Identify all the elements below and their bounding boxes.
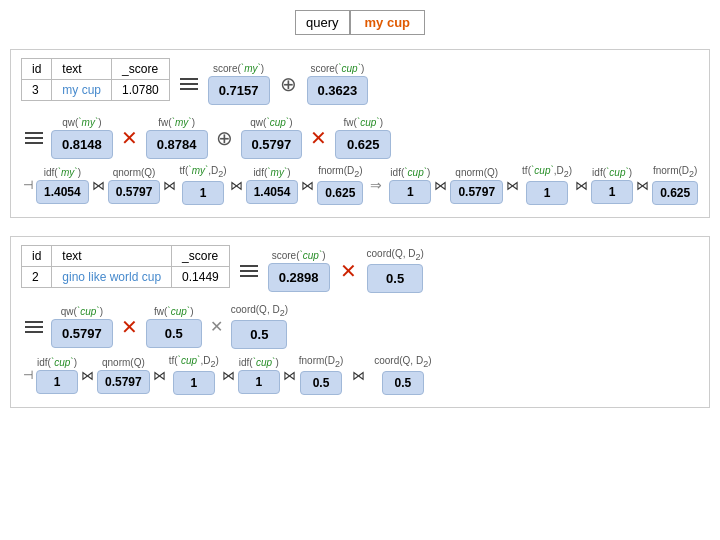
- qnorm-Q-val: 0.5797: [108, 180, 161, 204]
- score-my-val: 0.7157: [208, 76, 270, 105]
- bowtie-9: ⋈: [81, 368, 94, 383]
- row1-text: my cup: [52, 80, 112, 101]
- result-table-1: id text _score 3 my cup 1.0780: [21, 58, 170, 109]
- qnorm-Q3-val: 0.5797: [97, 370, 150, 394]
- score-my-label: score(`my`): [213, 63, 264, 74]
- fnorm-D2-2-block: fnorm(D2) 0.625: [652, 165, 698, 205]
- row1-id: 3: [22, 80, 52, 101]
- idf-cup3-label: idf(`cup`): [37, 357, 77, 368]
- idf-my-val: 1.4054: [36, 180, 89, 204]
- bowtie-3: ⋈: [230, 178, 243, 193]
- fnorm-D2-label: fnorm(D2): [318, 165, 362, 179]
- row2-id: 2: [22, 267, 52, 288]
- coord3-block: coord(Q, D2) 0.5: [374, 355, 431, 395]
- result-table-2: id text _score 2 gino like world cup 0.1…: [21, 245, 230, 296]
- bowtie-10: ⋈: [153, 368, 166, 383]
- times-icon-5: ✕: [210, 319, 223, 335]
- bowtie-6: ⋈: [506, 178, 519, 193]
- tf-my-D2-block: tf(`my`,D2) 1: [179, 165, 226, 205]
- fw-my-val: 0.8784: [146, 130, 208, 159]
- idf-my-label: idf(`my`): [44, 167, 81, 178]
- equals-icon-4: [25, 321, 43, 333]
- idf-my-block: idf(`my`) 1.4054: [36, 167, 89, 204]
- score-my-block: score(`my`) 0.7157: [208, 63, 270, 105]
- idf-cup3-block: idf(`cup`) 1: [36, 357, 78, 394]
- qw-cup2-val: 0.5797: [51, 319, 113, 348]
- equals-icon-2: [25, 132, 43, 144]
- idf-cup3-val: 1: [36, 370, 78, 394]
- bowtie-2: ⋈: [163, 178, 176, 193]
- fw-my-block: fw(`my`) 0.8784: [146, 117, 208, 159]
- idf-cup4-block: idf(`cup`) 1: [238, 357, 280, 394]
- fw-cup2-label: fw(`cup`): [154, 306, 193, 317]
- times-icon-2: ✕: [310, 128, 327, 148]
- bowtie-1: ⋈: [92, 178, 105, 193]
- times-icon-4: ✕: [121, 317, 138, 337]
- idf-cup2-val: 1: [591, 180, 633, 204]
- tf-my-D2-label: tf(`my`,D2): [179, 165, 226, 179]
- coord2-block: coord(Q, D2) 0.5: [231, 304, 288, 349]
- query-value: my cup: [350, 10, 426, 35]
- qw-cup-val: 0.5797: [241, 130, 303, 159]
- fw-cup-val: 0.625: [335, 130, 391, 159]
- score-cup-label: score(`cup`): [310, 63, 364, 74]
- qnorm-Q-block: qnorm(Q) 0.5797: [108, 167, 161, 204]
- col-text: text: [52, 59, 112, 80]
- score-cup-val: 0.3623: [307, 76, 369, 105]
- idf-my2-block: idf(`my`) 1.4054: [246, 167, 299, 204]
- arrow-left-1: ⊣: [23, 178, 33, 192]
- equals-icon-3: [240, 265, 258, 277]
- fnorm-D2-block: fnorm(D2) 0.625: [317, 165, 363, 205]
- coord-label: coord(Q, D2): [367, 248, 424, 262]
- tf-cup-D2-label: tf(`cup`,D2): [522, 165, 572, 179]
- score-cup2-block: score(`cup`) 0.2898: [268, 250, 330, 292]
- equals-icon-1: [180, 78, 198, 90]
- qnorm-Q3-block: qnorm(Q) 0.5797: [97, 357, 150, 394]
- row1-score: 1.0780: [112, 80, 170, 101]
- tf-cup-D2-2-label: tf(`cup`,D2): [169, 355, 219, 369]
- coord3-val: 0.5: [382, 371, 424, 395]
- qw-my-label: qw(`my`): [62, 117, 101, 128]
- fw-cup2-block: fw(`cup`) 0.5: [146, 306, 202, 348]
- plus-icon-1: ⊕: [280, 74, 297, 94]
- bowtie-4: ⋈: [301, 178, 314, 193]
- idf-cup2-label: idf(`cup`): [592, 167, 632, 178]
- idf-cup2-block: idf(`cup`) 1: [591, 167, 633, 204]
- qw-cup2-label: qw(`cup`): [61, 306, 103, 317]
- idf-cup4-val: 1: [238, 370, 280, 394]
- fw-my-label: fw(`my`): [158, 117, 195, 128]
- query-label: query: [295, 10, 350, 35]
- col2-text: text: [52, 246, 172, 267]
- qw-my-block: qw(`my`) 0.8148: [51, 117, 113, 159]
- query-section: query my cup: [10, 10, 710, 35]
- idf-cup-val: 1: [389, 180, 431, 204]
- bowtie-11: ⋈: [222, 368, 235, 383]
- col2-score: _score: [172, 246, 230, 267]
- tf-cup-D2-block: tf(`cup`,D2) 1: [522, 165, 572, 205]
- qnorm-Q-label: qnorm(Q): [113, 167, 156, 178]
- fnorm-D2-3-block: fnorm(D2) 0.5: [299, 355, 343, 395]
- tf-cup-D2-2-val: 1: [173, 371, 215, 395]
- times-icon-1: ✕: [121, 128, 138, 148]
- qnorm-Q2-label: qnorm(Q): [455, 167, 498, 178]
- phi-icon-1: ⇒: [370, 177, 382, 193]
- coord2-label: coord(Q, D2): [231, 304, 288, 318]
- idf-cup-block: idf(`cup`) 1: [389, 167, 431, 204]
- qnorm-Q2-block: qnorm(Q) 0.5797: [450, 167, 503, 204]
- row2-score: 0.1449: [172, 267, 230, 288]
- arrow-left-2: ⊣: [23, 368, 33, 382]
- qnorm-Q3-label: qnorm(Q): [102, 357, 145, 368]
- qw-cup-block: qw(`cup`) 0.5797: [241, 117, 303, 159]
- score-cup-block: score(`cup`) 0.3623: [307, 63, 369, 105]
- qw-cup-label: qw(`cup`): [250, 117, 292, 128]
- col-score: _score: [112, 59, 170, 80]
- fnorm-D2-2-label: fnorm(D2): [653, 165, 697, 179]
- fw-cup-label: fw(`cup`): [344, 117, 383, 128]
- plus-icon-2: ⊕: [216, 128, 233, 148]
- score-cup2-label: score(`cup`): [272, 250, 326, 261]
- bowtie-7: ⋈: [575, 178, 588, 193]
- fnorm-D2-val: 0.625: [317, 181, 363, 205]
- bowtie-8: ⋈: [636, 178, 649, 193]
- fw-cup2-val: 0.5: [146, 319, 202, 348]
- idf-my2-val: 1.4054: [246, 180, 299, 204]
